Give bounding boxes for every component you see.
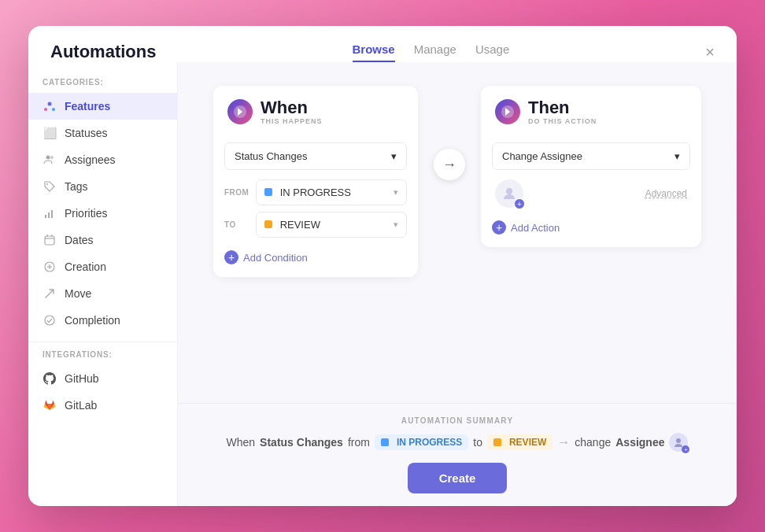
sidebar-item-dates[interactable]: Dates xyxy=(28,227,177,253)
sidebar-item-priorities[interactable]: Priorities xyxy=(28,200,177,227)
svg-point-3 xyxy=(46,156,50,160)
categories-label: Categories: xyxy=(28,78,177,93)
then-title: Then xyxy=(528,98,597,117)
svg-point-1 xyxy=(44,108,47,111)
summary-to: to xyxy=(473,436,482,449)
sidebar-item-tags-label: Tags xyxy=(65,180,88,193)
tab-usage[interactable]: Usage xyxy=(475,42,509,62)
assignee-plus-icon: + xyxy=(514,198,525,209)
sidebar-item-completion-label: Completion xyxy=(65,314,120,327)
svg-rect-7 xyxy=(48,212,50,218)
summary-in-progress-text: IN PROGRESS xyxy=(397,437,462,448)
sidebar-item-statuses[interactable]: ⬜ Statuses xyxy=(28,120,177,146)
to-row: TO REVIEW ▾ xyxy=(224,212,407,238)
to-label: TO xyxy=(224,220,249,229)
then-card: Then DO THIS ACTION Change Assignee ▾ xyxy=(481,86,701,247)
svg-point-5 xyxy=(46,183,48,185)
when-card-body: Status Changes ▾ FROM IN PROGRESS ▾ xyxy=(213,135,418,277)
when-brand-icon xyxy=(227,99,253,124)
sidebar-item-gitlab-label: GitLab xyxy=(65,399,97,412)
then-brand-icon xyxy=(495,99,520,124)
modal-header: Automations Browse Manage Usage × xyxy=(28,26,737,62)
modal-title: Automations xyxy=(50,42,156,62)
modal-body: Categories: Features ⬜ Statuses xyxy=(28,62,737,506)
svg-point-16 xyxy=(45,316,54,325)
assignee-row: + Advanced xyxy=(492,173,690,214)
add-condition-icon: + xyxy=(224,250,238,264)
sidebar-item-github[interactable]: GitHub xyxy=(28,365,177,392)
sidebar-item-move[interactable]: Move xyxy=(28,280,177,307)
summary-when: When xyxy=(227,436,256,449)
then-header-text: Then DO THIS ACTION xyxy=(528,98,597,125)
move-icon xyxy=(42,286,57,301)
creation-icon xyxy=(42,260,57,274)
sidebar-item-creation[interactable]: Creation xyxy=(28,253,177,280)
sidebar-item-statuses-label: Statuses xyxy=(65,127,107,139)
from-select[interactable]: IN PROGRESS ▾ xyxy=(256,179,407,205)
summary-bar: Automation Summary When Status Changes f… xyxy=(178,403,737,506)
summary-arrow-icon: → xyxy=(557,435,570,449)
summary-text: When Status Changes from IN PROGRESS to … xyxy=(200,433,715,452)
add-condition-label: Add Condition xyxy=(243,252,308,264)
add-action-icon: + xyxy=(492,220,506,235)
summary-review-badge: REVIEW xyxy=(487,434,552,450)
tags-icon xyxy=(42,179,57,194)
trigger-select[interactable]: Status Changes ▾ xyxy=(224,142,407,170)
sidebar-item-gitlab[interactable]: GitLab xyxy=(28,392,177,419)
sidebar-item-assignees[interactable]: Assignees xyxy=(28,146,177,173)
sidebar-item-tags[interactable]: Tags xyxy=(28,173,177,200)
create-button[interactable]: Create xyxy=(408,463,508,493)
summary-assignee-plus-icon: + xyxy=(682,445,689,453)
to-status: REVIEW xyxy=(264,219,320,231)
from-chevron-icon: ▾ xyxy=(394,187,398,198)
summary-assignee-avatar: + xyxy=(669,433,688,452)
arrow-circle: → xyxy=(434,149,465,180)
gitlab-icon xyxy=(42,398,57,412)
when-header-text: When THIS HAPPENS xyxy=(261,98,323,125)
trigger-chevron-icon: ▾ xyxy=(391,150,397,162)
sidebar-item-features[interactable]: Features xyxy=(28,93,177,120)
completion-icon xyxy=(42,313,57,327)
assignees-icon xyxy=(42,153,57,167)
summary-from: from xyxy=(348,436,370,449)
action-chevron-icon: ▾ xyxy=(674,150,680,162)
summary-section-label: Automation Summary xyxy=(200,416,715,425)
sidebar: Categories: Features ⬜ Statuses xyxy=(28,62,178,506)
summary-in-progress-badge: IN PROGRESS xyxy=(375,434,468,450)
sidebar-item-dates-label: Dates xyxy=(65,234,94,246)
summary-assignee-text: Assignee xyxy=(615,436,664,449)
sidebar-item-move-label: Move xyxy=(65,287,91,300)
sidebar-item-completion[interactable]: Completion xyxy=(28,307,177,334)
tab-manage[interactable]: Manage xyxy=(414,42,456,62)
svg-point-18 xyxy=(676,438,681,443)
action-select-value: Change Assignee xyxy=(502,150,582,162)
summary-review-text: REVIEW xyxy=(509,437,546,448)
from-status: IN PROGRESS xyxy=(264,187,351,198)
automation-area: When THIS HAPPENS Status Changes ▾ FROM xyxy=(178,62,737,403)
then-card-header: Then DO THIS ACTION xyxy=(481,86,701,135)
when-subtitle: THIS HAPPENS xyxy=(261,117,323,125)
to-select[interactable]: REVIEW ▾ xyxy=(256,212,407,238)
assignee-avatar: + xyxy=(495,179,523,208)
from-label: FROM xyxy=(224,188,249,197)
svg-rect-8 xyxy=(51,210,53,218)
advanced-label[interactable]: Advanced xyxy=(645,188,687,199)
features-icon xyxy=(42,99,57,113)
statuses-icon: ⬜ xyxy=(42,126,57,140)
when-card-header: When THIS HAPPENS xyxy=(213,86,418,135)
close-button[interactable]: × xyxy=(705,44,715,60)
trigger-select-value: Status Changes xyxy=(235,150,308,162)
summary-review-dot xyxy=(493,438,501,446)
add-action-button[interactable]: + Add Action xyxy=(492,214,560,235)
integrations-label: Integrations: xyxy=(28,350,177,365)
tab-browse[interactable]: Browse xyxy=(353,42,395,62)
sidebar-divider xyxy=(28,342,177,342)
to-status-value: REVIEW xyxy=(280,219,320,231)
sidebar-item-creation-label: Creation xyxy=(65,260,106,273)
from-status-value: IN PROGRESS xyxy=(280,187,351,198)
summary-in-progress-dot xyxy=(381,438,389,446)
main-content: When THIS HAPPENS Status Changes ▾ FROM xyxy=(178,62,737,506)
action-select[interactable]: Change Assignee ▾ xyxy=(492,142,690,170)
add-action-label: Add Action xyxy=(511,222,560,234)
add-condition-button[interactable]: + Add Condition xyxy=(224,244,407,264)
